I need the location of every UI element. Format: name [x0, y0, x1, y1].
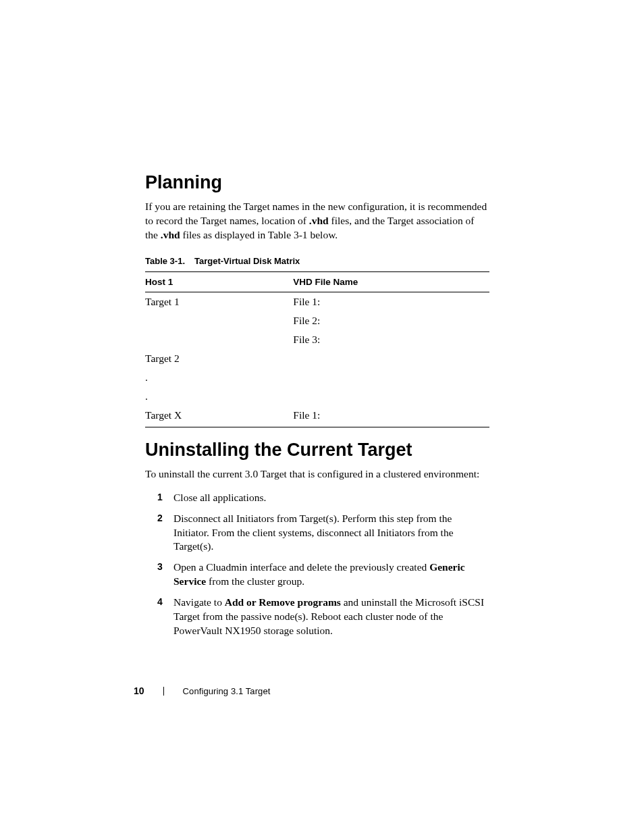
- step-text: from the cluster group.: [206, 575, 304, 587]
- bold-vhd-1: .vhd: [309, 215, 329, 226]
- table-row: .: [145, 368, 489, 387]
- table-row: File 3:: [145, 330, 489, 349]
- table-caption: Table 3-1.Target-Virtual Disk Matrix: [145, 256, 489, 266]
- step-text: Navigate to: [173, 596, 225, 608]
- table-header-row: Host 1 VHD File Name: [145, 271, 489, 292]
- page-content: Planning If you are retaining the Target…: [145, 172, 489, 645]
- table-cell: File 2:: [293, 311, 489, 330]
- table-cell: Target 1: [145, 292, 293, 311]
- list-item: Navigate to Add or Remove programs and u…: [145, 596, 489, 638]
- table-caption-number: Table 3-1.: [145, 256, 185, 266]
- table-row: File 2:: [145, 311, 489, 330]
- planning-paragraph: If you are retaining the Target names in…: [145, 200, 489, 242]
- text-fragment: files as displayed in Table 3-1 below.: [180, 229, 338, 240]
- table-cell: [293, 387, 489, 406]
- list-item: Open a Cluadmin interface and delete the…: [145, 561, 489, 589]
- table-row: Target 1 File 1:: [145, 292, 489, 311]
- table-header-vhd: VHD File Name: [293, 271, 489, 292]
- page-footer: 10 Configuring 3.1 Target: [134, 685, 270, 696]
- target-virtual-disk-matrix-table: Host 1 VHD File Name Target 1 File 1: Fi…: [145, 271, 489, 427]
- table-header-host: Host 1: [145, 271, 293, 292]
- table-cell: File 1:: [293, 292, 489, 311]
- heading-planning: Planning: [145, 172, 489, 193]
- table-row: Target X File 1:: [145, 406, 489, 427]
- step-text: Disconnect all Initiators from Target(s)…: [173, 513, 454, 552]
- table-cell: [293, 368, 489, 387]
- table-cell: File 1:: [293, 406, 489, 427]
- table-cell: .: [145, 387, 293, 406]
- bold-vhd-2: .vhd: [161, 229, 180, 240]
- table-cell: .: [145, 368, 293, 387]
- heading-uninstalling: Uninstalling the Current Target: [145, 440, 489, 461]
- table-cell: [293, 349, 489, 368]
- step-text: Open a Cluadmin interface and delete the…: [173, 561, 429, 573]
- footer-divider: [163, 687, 164, 696]
- table-cell: File 3:: [293, 330, 489, 349]
- table-row: .: [145, 387, 489, 406]
- list-item: Disconnect all Initiators from Target(s)…: [145, 512, 489, 554]
- step-text: Close all applications.: [173, 492, 266, 503]
- uninstalling-intro: To uninstall the current 3.0 Target that…: [145, 467, 489, 481]
- table-cell: Target 2: [145, 349, 293, 368]
- footer-title: Configuring 3.1 Target: [183, 686, 271, 696]
- bold-add-remove-programs: Add or Remove programs: [225, 596, 341, 608]
- table-caption-title: Target-Virtual Disk Matrix: [194, 256, 300, 266]
- page-number: 10: [134, 685, 144, 696]
- list-item: Close all applications.: [145, 491, 489, 505]
- table-cell: [145, 330, 293, 349]
- table-cell: [145, 311, 293, 330]
- table-cell: Target X: [145, 406, 293, 427]
- table-row: Target 2: [145, 349, 489, 368]
- uninstall-steps-list: Close all applications. Disconnect all I…: [145, 491, 489, 638]
